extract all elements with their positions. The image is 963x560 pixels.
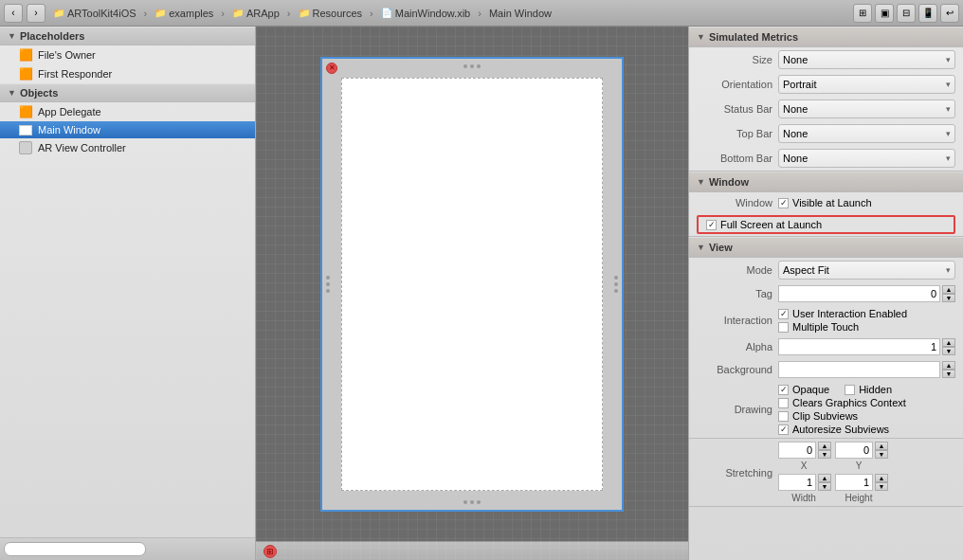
list-item-first-responder[interactable]: 🟧 First Responder xyxy=(0,64,255,83)
full-screen-row-wrapper: Full Screen at Launch xyxy=(689,213,963,236)
list-item-ar-view-controller[interactable]: AR View Controller xyxy=(0,138,255,157)
view-header[interactable]: ▼ View xyxy=(689,237,963,258)
stepper-down[interactable]: ▼ xyxy=(818,450,831,459)
disclosure-icon: ▼ xyxy=(697,32,705,42)
stretching-y-stepper[interactable]: ▲ ▼ xyxy=(875,442,888,459)
dropdown-arrow-icon: ▾ xyxy=(946,104,951,114)
breadcrumb-mainwindow-xib[interactable]: 📄 MainWindow.xib xyxy=(377,7,474,20)
tag-stepper[interactable]: ▲ ▼ xyxy=(942,285,955,302)
stretching-width-input[interactable] xyxy=(778,474,816,491)
interaction-row: Interaction User Interaction Enabled Mul… xyxy=(689,305,963,335)
handle-dot xyxy=(463,500,467,504)
alpha-input[interactable] xyxy=(778,338,940,355)
toolbar-btn-5[interactable]: ↩ xyxy=(940,4,959,23)
stepper-down[interactable]: ▼ xyxy=(942,370,955,378)
dropdown-arrow-icon: ▾ xyxy=(946,129,951,138)
stepper-up[interactable]: ▲ xyxy=(818,474,831,482)
autoresize-checkbox[interactable] xyxy=(778,425,789,435)
dropdown-arrow-icon: ▾ xyxy=(946,80,951,89)
cube-icon: 🟧 xyxy=(19,105,32,118)
stepper-up[interactable]: ▲ xyxy=(818,442,831,450)
stretching-section: Stretching ▲ ▼ ▲ xyxy=(689,439,963,507)
breadcrumb-main-window[interactable]: Main Window xyxy=(485,7,555,20)
mode-dropdown[interactable]: Aspect Fit ▾ xyxy=(778,261,955,280)
window-header[interactable]: ▼ Window xyxy=(689,172,963,192)
stepper-down[interactable]: ▼ xyxy=(818,482,831,491)
placeholders-header[interactable]: ▼ Placeholders xyxy=(0,27,255,45)
folder-icon: 📁 xyxy=(232,8,244,18)
stepper-up[interactable]: ▲ xyxy=(875,442,888,450)
breadcrumb-artoolkit[interactable]: 📁 ARToolKit4iOS xyxy=(49,7,140,20)
list-item-app-delegate[interactable]: 🟧 App Delegate xyxy=(0,102,255,121)
xib-dots-bottom xyxy=(463,500,481,504)
breadcrumb-examples[interactable]: 📁 examples xyxy=(151,7,217,20)
simulated-metrics-header[interactable]: ▼ Simulated Metrics xyxy=(689,27,963,47)
toolbar: ‹ › 📁 ARToolKit4iOS › 📁 examples › 📁 ARA… xyxy=(0,0,963,27)
toolbar-btn-1[interactable]: ⊞ xyxy=(853,4,872,23)
status-bar-row: Status Bar None ▾ xyxy=(689,97,963,121)
cube-icon: 🟧 xyxy=(19,48,32,62)
multiple-touch-checkbox[interactable] xyxy=(778,322,789,333)
folder-icon: 📁 xyxy=(53,8,64,18)
main-area: ▼ Placeholders 🟧 File's Owner 🟧 First Re… xyxy=(0,27,963,560)
tag-input[interactable] xyxy=(778,285,940,302)
background-stepper[interactable]: ▲ ▼ xyxy=(942,361,955,378)
nav-forward-button[interactable]: › xyxy=(27,4,45,23)
clears-graphics-checkbox[interactable] xyxy=(778,398,789,408)
size-dropdown[interactable]: None ▾ xyxy=(778,50,955,69)
size-select[interactable]: None ▾ xyxy=(778,50,955,69)
breadcrumb-arapp[interactable]: 📁 ARApp xyxy=(228,7,283,20)
stepper-up[interactable]: ▲ xyxy=(942,338,955,347)
orientation-row: Orientation Portrait ▾ xyxy=(689,72,963,97)
opaque-checkbox[interactable] xyxy=(778,385,789,395)
hidden-checkbox[interactable] xyxy=(845,385,855,395)
user-interaction-checkbox[interactable] xyxy=(778,309,789,319)
stretching-width-stepper[interactable]: ▲ ▼ xyxy=(818,474,831,491)
alpha-stepper[interactable]: ▲ ▼ xyxy=(942,338,955,355)
nav-back-button[interactable]: ‹ xyxy=(4,4,23,23)
breadcrumb-resources[interactable]: 📁 Resources xyxy=(295,7,367,20)
xib-close-button[interactable]: ✕ xyxy=(326,63,337,74)
file-icon: 📄 xyxy=(381,8,392,18)
full-screen-at-launch-checkbox[interactable] xyxy=(706,220,717,230)
right-panel: ▼ Simulated Metrics Size None ▾ Orientat… xyxy=(688,27,963,560)
window-icon xyxy=(19,125,32,135)
toolbar-right-buttons: ⊞ ▣ ⊟ 📱 ↩ xyxy=(853,4,959,23)
top-bar-row: Top Bar None ▾ xyxy=(689,121,963,146)
orientation-dropdown[interactable]: Portrait ▾ xyxy=(778,75,955,94)
stretching-height-stepper[interactable]: ▲ ▼ xyxy=(875,474,888,491)
stepper-up[interactable]: ▲ xyxy=(942,361,955,370)
stepper-up[interactable]: ▲ xyxy=(875,474,888,482)
drawing-row: Drawing Opaque Hidden C xyxy=(689,381,963,438)
stretching-x-stepper[interactable]: ▲ ▼ xyxy=(818,442,831,459)
visible-at-launch-checkbox[interactable] xyxy=(778,198,789,208)
stepper-up[interactable]: ▲ xyxy=(942,285,955,294)
top-bar-dropdown[interactable]: None ▾ xyxy=(778,124,955,143)
clip-subviews-checkbox[interactable] xyxy=(778,411,789,422)
bottom-bar-dropdown[interactable]: None ▾ xyxy=(778,149,955,168)
toolbar-btn-2[interactable]: ▣ xyxy=(875,4,894,23)
background-color-swatch[interactable] xyxy=(778,361,940,378)
stepper-down[interactable]: ▼ xyxy=(875,450,888,459)
stretching-x-input[interactable] xyxy=(778,442,816,459)
stepper-down[interactable]: ▼ xyxy=(875,482,888,491)
left-panel: ▼ Placeholders 🟧 File's Owner 🟧 First Re… xyxy=(0,27,256,560)
stepper-down[interactable]: ▼ xyxy=(942,294,955,302)
status-bar-dropdown[interactable]: None ▾ xyxy=(778,99,955,118)
objects-header[interactable]: ▼ Objects xyxy=(0,83,255,102)
handle-dot xyxy=(470,64,474,68)
stretching-height-input[interactable] xyxy=(835,474,873,491)
canvas-scroll[interactable]: ✕ xyxy=(256,27,688,541)
stretching-y-input[interactable] xyxy=(835,442,873,459)
xib-inner-content xyxy=(341,78,603,491)
toolbar-btn-3[interactable]: ⊟ xyxy=(897,4,916,23)
left-panel-bottom xyxy=(0,537,255,560)
list-item-main-window[interactable]: Main Window xyxy=(0,121,255,138)
stepper-down[interactable]: ▼ xyxy=(942,347,955,355)
breadcrumb: 📁 ARToolKit4iOS › 📁 examples › 📁 ARApp ›… xyxy=(49,7,555,20)
handle-dot xyxy=(326,289,330,293)
objects-search-input[interactable] xyxy=(4,542,146,556)
visible-at-launch-row: Window Visible at Launch xyxy=(689,192,963,213)
list-item-files-owner[interactable]: 🟧 File's Owner xyxy=(0,45,255,64)
toolbar-btn-4[interactable]: 📱 xyxy=(918,4,937,23)
